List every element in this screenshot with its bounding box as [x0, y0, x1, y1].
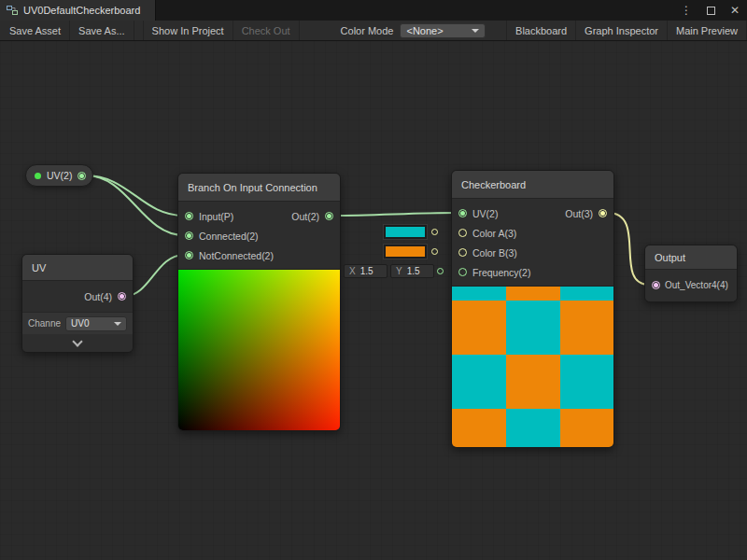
- port-row: Color A(3): [452, 223, 613, 243]
- save-asset-button[interactable]: Save Asset: [1, 21, 70, 40]
- channel-dropdown[interactable]: UV0: [65, 316, 127, 331]
- checker-cell: [452, 409, 506, 448]
- color-a-inline-control: [384, 225, 438, 239]
- frequency-y-value: 1.5: [407, 266, 420, 276]
- frequency-y-field[interactable]: Y 1.5: [390, 264, 434, 278]
- color-a-connector-icon: [431, 229, 438, 235]
- color-b-label: Color B(3): [472, 247, 517, 259]
- port-row: Frequency(2): [452, 262, 613, 282]
- output-node[interactable]: Output Out_Vector4(4): [644, 245, 738, 302]
- graph-inspector-toggle-button[interactable]: Graph Inspector: [576, 21, 668, 40]
- checker-cell: [506, 409, 560, 448]
- frequency-y-label: Y: [396, 266, 402, 276]
- color-b-swatch[interactable]: [384, 245, 427, 259]
- color-mode-label: Color Mode: [341, 25, 394, 36]
- checker-cell: [506, 355, 560, 409]
- output-vector4-port[interactable]: [652, 281, 660, 289]
- uv-node-header[interactable]: UV: [22, 255, 133, 281]
- graph-canvas[interactable]: UV(2) Branch On Input Connection Input(P…: [0, 41, 747, 560]
- checkerboard-uv-label: UV(2): [472, 208, 498, 219]
- edge-uvnode-to-notconnected[interactable]: [126, 255, 184, 296]
- uv-property-node[interactable]: UV(2): [25, 164, 93, 187]
- uv-gradient-preview: [178, 269, 340, 430]
- checkerboard-node[interactable]: Checkerboard UV(2) Color A(3) Color B(3)…: [451, 170, 614, 448]
- edge-branch-to-checkerboard[interactable]: [332, 213, 456, 216]
- checker-cell: [560, 301, 613, 355]
- toolbar: Save Asset Save As... Show In Project Ch…: [0, 21, 747, 41]
- frequency-x-label: X: [349, 266, 356, 276]
- port-row: Out(2): [291, 206, 333, 226]
- checker-cell: [560, 287, 613, 301]
- toolbar-right-group: Blackboard Graph Inspector Main Preview: [506, 21, 747, 40]
- frequency-inline-control: X 1.5 Y 1.5: [344, 264, 444, 278]
- color-mode-dropdown[interactable]: <None>: [400, 23, 486, 38]
- checkerboard-out-port[interactable]: [599, 209, 607, 217]
- port-row: Out(4): [84, 287, 126, 306]
- chevron-down-icon: [472, 29, 479, 33]
- uv-out-port[interactable]: [118, 292, 126, 301]
- connected-label: Connected(2): [199, 231, 259, 242]
- color-a-label: Color A(3): [472, 228, 516, 239]
- output-node-header[interactable]: Output: [645, 245, 737, 270]
- checkerboard-uv-port[interactable]: [458, 209, 467, 217]
- port-row: Out(3): [565, 203, 607, 223]
- uv-out-label: Out(4): [84, 291, 112, 302]
- shader-graph-icon: [7, 5, 18, 16]
- branch-node-title: Branch On Input Connection: [188, 182, 317, 193]
- frequency-label: Frequency(2): [472, 267, 530, 278]
- collapse-row[interactable]: [22, 334, 133, 352]
- main-preview-toggle-button[interactable]: Main Preview: [668, 21, 747, 40]
- frequency-port[interactable]: [458, 268, 467, 276]
- branch-node-ports: Input(P) Connected(2) NotConnected(2) Ou…: [178, 202, 340, 269]
- frequency-connector-icon: [437, 268, 444, 274]
- save-as-button[interactable]: Save As...: [70, 21, 134, 40]
- branch-on-input-connection-node[interactable]: Branch On Input Connection Input(P) Conn…: [177, 173, 341, 431]
- checker-cell: [560, 409, 613, 448]
- edge-uv-to-connected[interactable]: [86, 175, 184, 235]
- property-color-dot: [35, 173, 41, 179]
- checker-cell: [560, 355, 613, 409]
- branch-node-header[interactable]: Branch On Input Connection: [178, 174, 340, 202]
- check-out-button: Check Out: [233, 21, 300, 40]
- checker-cell: [452, 355, 506, 409]
- tab-title: UV0DefaultCheckerboard: [23, 5, 140, 16]
- branch-out-label: Out(2): [291, 211, 319, 222]
- edge-uv-to-input[interactable]: [86, 175, 184, 216]
- output-node-title: Output: [655, 252, 685, 263]
- window-controls: ⋮ ✕: [681, 0, 740, 21]
- tab-uv0defaultcheckerboard[interactable]: UV0DefaultCheckerboard: [0, 0, 156, 21]
- branch-out-port[interactable]: [325, 212, 333, 220]
- uv-node[interactable]: UV Out(4) Channe UV0: [21, 254, 134, 353]
- port-row: Connected(2): [178, 226, 340, 245]
- notconnected-port[interactable]: [185, 251, 193, 259]
- color-b-port[interactable]: [458, 248, 467, 257]
- checker-cell: [452, 301, 506, 355]
- close-icon[interactable]: ✕: [730, 5, 740, 16]
- input-p-port[interactable]: [185, 212, 193, 220]
- show-in-project-button[interactable]: Show In Project: [143, 21, 233, 40]
- checkerboard-node-header[interactable]: Checkerboard: [452, 171, 613, 199]
- uv-node-title: UV: [32, 262, 46, 273]
- uv-property-label: UV(2): [47, 170, 72, 181]
- checkerboard-preview: [452, 286, 613, 447]
- checker-cell: [452, 287, 506, 301]
- uv-node-ports: Out(4): [22, 281, 133, 312]
- frequency-x-field[interactable]: X 1.5: [344, 264, 388, 278]
- color-mode-value: <None>: [406, 25, 443, 36]
- color-a-port[interactable]: [458, 229, 467, 237]
- uv-property-output-port[interactable]: [78, 172, 86, 180]
- color-a-swatch[interactable]: [384, 225, 427, 239]
- channel-row: Channe UV0: [22, 312, 133, 334]
- collapse-preview-chevron-icon: [72, 336, 82, 346]
- checkerboard-node-ports: UV(2) Color A(3) Color B(3) Frequency(2)…: [452, 199, 613, 286]
- maximize-icon[interactable]: [707, 7, 715, 15]
- kebab-menu-icon[interactable]: ⋮: [681, 5, 692, 16]
- toolbar-spacer: [134, 21, 143, 40]
- tab-strip: UV0DefaultCheckerboard ⋮ ✕: [0, 0, 747, 21]
- blackboard-toggle-button[interactable]: Blackboard: [506, 21, 576, 40]
- channel-value: UV0: [71, 318, 89, 329]
- frequency-x-value: 1.5: [360, 266, 374, 276]
- checkerboard-node-title: Checkerboard: [461, 179, 526, 190]
- chevron-down-icon: [114, 322, 121, 326]
- connected-port[interactable]: [185, 231, 193, 240]
